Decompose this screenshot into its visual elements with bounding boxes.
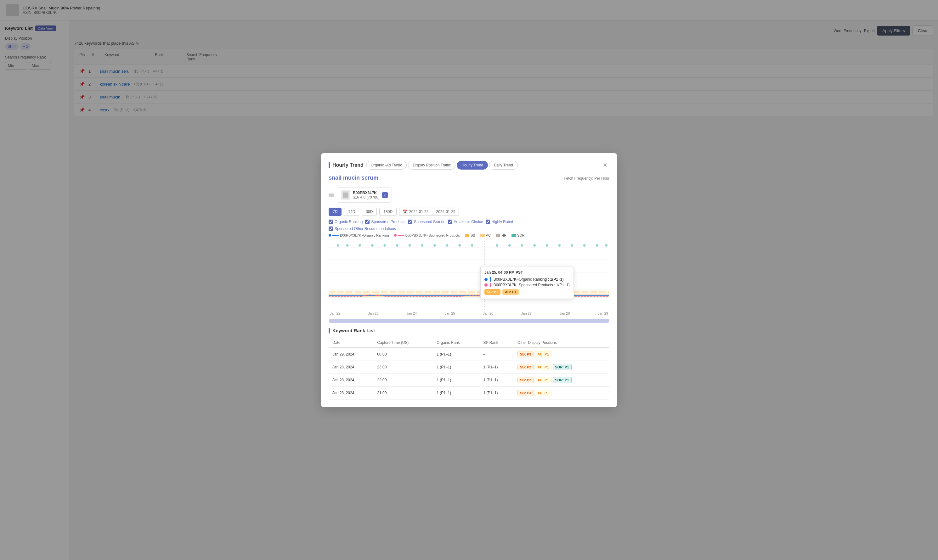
- tooltip-organic-dot: [484, 278, 488, 281]
- product-card: B00PBX3L7K $16 4.6 (70780) ✓: [337, 188, 392, 203]
- rank-col-header: Organic Rank: [433, 338, 479, 348]
- time-controls: 7D14D30D180D 📅 2024-01-22 — 2024-01-29: [329, 208, 609, 216]
- tooltip-badge-sb: SB: P1: [484, 289, 501, 295]
- organic-rank-cell: 1 (P1–1): [433, 360, 479, 374]
- modal-close-button[interactable]: ✕: [601, 161, 609, 169]
- tooltip-badges: SB: P1 AC: P1: [484, 289, 570, 295]
- svg-point-22: [496, 244, 498, 246]
- modal-tab-organic-ad[interactable]: Organic~Ad Traffic: [366, 161, 407, 169]
- sp-rank-cell: –: [480, 348, 514, 361]
- time-btn-30d[interactable]: 30D: [362, 208, 377, 216]
- display-badge-ac: AC: P1: [535, 351, 551, 357]
- rank-table-row: Jan 29, 202400:001 (P1–1)–SB: P3AC: P1: [329, 348, 609, 361]
- tooltip-sponsored-dot: [484, 283, 488, 287]
- display-badge-sb: SB: P2: [518, 364, 533, 370]
- display-badge-ac: AC: P1: [535, 377, 551, 383]
- chart-container: 1 Jan 25, 04:00 PM PST B00PBX3L7K~Organi…: [329, 241, 609, 310]
- hourly-trend-modal: Hourly Trend Organic~Ad TrafficDisplay P…: [321, 153, 617, 407]
- title-accent: [329, 162, 330, 168]
- svg-point-26: [546, 244, 548, 246]
- time-btn-7d[interactable]: 7D: [329, 208, 342, 216]
- svg-point-30: [596, 244, 598, 246]
- tooltip-badge-ac: AC: P1: [502, 289, 519, 295]
- filter-sponsored-brands[interactable]: Sponsored Brands: [408, 220, 445, 224]
- modal-tab-hourly-trend[interactable]: Hourly Trend: [457, 161, 488, 169]
- modal-overlay[interactable]: Hourly Trend Organic~Ad TrafficDisplay P…: [0, 0, 938, 560]
- legend-box: [481, 234, 485, 237]
- tooltip-organic-row: B00PBX3L7K~Organic Ranking : 1(P1~1): [484, 277, 570, 282]
- modal-title: Hourly Trend: [333, 162, 363, 168]
- svg-point-13: [371, 244, 374, 246]
- svg-point-23: [508, 244, 511, 246]
- display-badge-sor: SOR: P1: [553, 377, 571, 383]
- modal-tab-daily-trend[interactable]: Daily Trend: [489, 161, 518, 169]
- display-badge-sor: SOR: P1: [553, 364, 571, 370]
- product-row: B00PBX3L7K $16 4.6 (70780) ✓: [329, 188, 609, 203]
- modal-tab-display-position[interactable]: Display Position Traffic: [408, 161, 456, 169]
- date-cell: Jan 28, 2024: [329, 360, 373, 374]
- product-thumbnail: [341, 190, 350, 200]
- chart-scrollbar[interactable]: [329, 319, 609, 323]
- legend-item-hr: HR: [496, 234, 507, 237]
- other-display-cell: SB: P2AC: P1SOR: P1: [514, 360, 609, 374]
- legend-line: [398, 235, 404, 235]
- filter-sponsored-products[interactable]: Sponsored Products: [365, 220, 405, 224]
- xaxis-label: Jan 23: [368, 311, 379, 315]
- legend-label: B00PBX3L7K~Organic Ranking: [340, 234, 389, 237]
- rank-table-row: Jan 28, 202423:001 (P1–1)1 (P1–1)SB: P2A…: [329, 360, 609, 374]
- filter-highly-rated[interactable]: Highly Rated: [486, 220, 513, 224]
- tooltip-sponsored-line: [490, 283, 491, 287]
- svg-point-24: [521, 244, 524, 246]
- xaxis-label: Jan 29: [598, 311, 608, 315]
- xaxis-label: Jan 25: [445, 311, 455, 315]
- organic-rank-cell: 1 (P1–1): [433, 348, 479, 361]
- legend-item-sor: SOR: [511, 234, 525, 237]
- legend-dot: [394, 234, 397, 237]
- svg-point-20: [458, 244, 461, 246]
- rank-table-head: DateCapture Time (US)Organic RankSP Rank…: [329, 338, 609, 348]
- xaxis-label: Jan 24: [407, 311, 417, 315]
- other-display-cell: SB: P3AC: P1: [514, 386, 609, 399]
- svg-point-27: [558, 244, 561, 246]
- other-display-cell: SB: P2AC: P1SOR: P1: [514, 374, 609, 386]
- tooltip-organic-label: B00PBX3L7K~Organic Ranking : 1(P1~1): [494, 277, 564, 282]
- svg-point-25: [533, 244, 536, 246]
- legend-row: B00PBX3L7K~Organic RankingB00PBX3L7K~Spo…: [329, 234, 609, 237]
- filter-organic[interactable]: Organic Ranking: [329, 220, 363, 224]
- legend-item: B00PBX3L7K~Organic Ranking: [329, 234, 389, 237]
- time-cell: 00:00: [373, 348, 433, 361]
- time-cell: 23:00: [373, 360, 433, 374]
- calendar-icon: 📅: [403, 209, 407, 214]
- svg-point-10: [337, 244, 339, 246]
- legend-line: [333, 235, 339, 235]
- time-cell: 22:00: [373, 374, 433, 386]
- time-btn-180d[interactable]: 180D: [379, 208, 397, 216]
- product-info: B00PBX3L7K $16 4.6 (70780): [353, 191, 380, 200]
- legend-label: AC: [486, 234, 491, 237]
- date-cell: Jan 28, 2024: [329, 386, 373, 399]
- product-price-rating: $16 4.6 (70780): [353, 195, 380, 200]
- product-toggle[interactable]: [329, 194, 334, 197]
- product-check[interactable]: ✓: [382, 192, 388, 198]
- organic-rank-cell: 1 (P1–1): [433, 374, 479, 386]
- product-price: $16: [353, 195, 359, 200]
- time-btn-14d[interactable]: 14D: [344, 208, 359, 216]
- organic-rank-cell: 1 (P1–1): [433, 386, 479, 399]
- rank-col-header: Date: [329, 338, 373, 348]
- filter-amazons-choice[interactable]: Amazon's Choice: [448, 220, 483, 224]
- xaxis-label: Jan 26: [483, 311, 493, 315]
- modal-header: Hourly Trend Organic~Ad TrafficDisplay P…: [329, 161, 609, 169]
- filter-sponsored-other[interactable]: Sponsored Other Recommendations: [329, 226, 396, 231]
- rank-table-body: Jan 29, 202400:001 (P1–1)–SB: P3AC: P1Ja…: [329, 348, 609, 400]
- xaxis-label: Jan 28: [559, 311, 570, 315]
- rank-col-header: Other Display Positions: [514, 338, 609, 348]
- display-badge-ac: AC: P1: [535, 390, 551, 396]
- rank-list-section-title: Keyword Rank List: [329, 328, 609, 334]
- modal-title-bar: Hourly Trend Organic~Ad TrafficDisplay P…: [329, 161, 597, 169]
- xaxis-label: Jan 22: [330, 311, 340, 315]
- date-range-picker[interactable]: 📅 2024-01-22 — 2024-01-29: [399, 208, 459, 216]
- svg-point-19: [446, 244, 448, 246]
- legend-label: SB: [471, 234, 475, 237]
- chart-scroll-thumb[interactable]: [329, 319, 609, 323]
- section-accent: [329, 328, 330, 334]
